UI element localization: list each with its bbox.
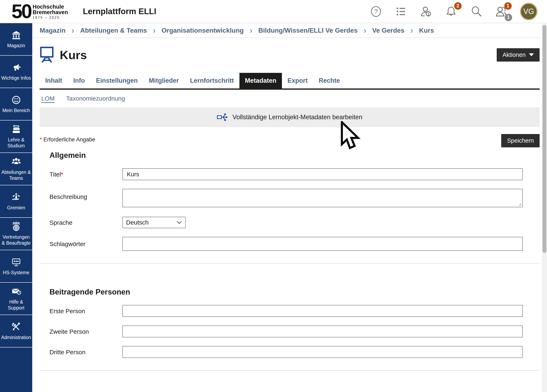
erste-person-label: Erste Person: [49, 307, 122, 315]
todo-list-icon[interactable]: [395, 5, 407, 18]
app-title: Lernplattform ELLI: [83, 7, 156, 16]
breadcrumb: Magazin › Abteilungen & Teams › Organisa…: [32, 23, 547, 38]
committee-icon: [11, 192, 21, 202]
sidebar-item-label: Vertretungen & Beauftragte: [1, 234, 31, 246]
globe-people-icon: [11, 222, 21, 232]
subtab-lom[interactable]: LOM: [41, 95, 55, 102]
aktionen-button[interactable]: Aktionen: [497, 48, 540, 61]
logo-line2: Bremerhaven: [33, 10, 68, 15]
metadata-hub-icon: [217, 113, 227, 122]
banner-label: Vollständige Lernobjekt-Metadaten bearbe…: [232, 114, 362, 121]
user-awareness-icon[interactable]: [420, 5, 432, 18]
section-heading-beitragende: Beitragende Personen: [49, 288, 540, 296]
monitor-icon: [11, 257, 21, 267]
chevron-right-icon: ›: [250, 26, 252, 35]
tab-bar: Inhalt Info Einstellungen Mitglieder Ler…: [40, 73, 540, 90]
sidebar-item-label: Mein Bereich: [2, 108, 30, 114]
required-hint: *Erforderliche Angabe: [40, 134, 95, 143]
sidebar-item-vertretungen[interactable]: Vertretungen & Beauftragte: [0, 218, 32, 250]
tab-rechte[interactable]: Rechte: [313, 73, 345, 88]
sprache-select[interactable]: Deutsch: [122, 217, 186, 228]
chevron-right-icon: ›: [72, 26, 74, 35]
tab-mitglieder[interactable]: Mitglieder: [143, 73, 185, 88]
zweite-person-label: Zweite Person: [49, 328, 122, 335]
course-board-icon: [40, 47, 54, 63]
breadcrumb-kurs[interactable]: Kurs: [419, 27, 434, 34]
chevron-down-icon: [177, 221, 182, 224]
sidebar-item-gremien[interactable]: Gremien: [0, 185, 32, 218]
breadcrumb-ve-gerdes[interactable]: Ve Gerdes: [372, 27, 404, 34]
required-asterisk: *: [40, 136, 42, 143]
caret-down-icon: [529, 53, 534, 56]
schlagwoerter-label: Schlagwörter: [49, 240, 122, 248]
top-header: 50 Hochschule Bremerhaven 1975 – 2025 Le…: [0, 0, 547, 23]
contacts-badge-top: 1: [504, 2, 512, 10]
dritte-person-label: Dritte Person: [49, 348, 122, 356]
svg-text:?: ?: [374, 8, 378, 15]
sidebar-item-wichtige-infos[interactable]: Wichtige Infos: [0, 56, 32, 88]
sidebar-item-label: Abteilungen & Teams: [1, 169, 31, 181]
bank-icon: [11, 30, 21, 40]
section-divider: [40, 263, 540, 264]
tab-metadaten[interactable]: Metadaten: [239, 73, 282, 88]
sidebar-item-label: Wichtige Infos: [1, 75, 31, 81]
titel-required-asterisk: *: [61, 171, 63, 178]
scrollbar-thumb[interactable]: [542, 25, 546, 253]
help-icon[interactable]: ?: [369, 5, 382, 18]
tools-icon: [11, 322, 21, 332]
sidebar-item-label: HS-Systeme: [3, 270, 29, 276]
tab-info[interactable]: Info: [68, 73, 90, 88]
sidebar-item-hs-systeme[interactable]: HS-Systeme: [0, 250, 32, 283]
section-heading-allgemein: Allgemein: [49, 151, 540, 160]
beschreibung-textarea[interactable]: [122, 189, 523, 207]
edit-full-metadata-banner[interactable]: Vollständige Lernobjekt-Metadaten bearbe…: [40, 107, 540, 127]
schlagwoerter-input[interactable]: [122, 237, 523, 251]
sidebar-item-label: Lehre & Studium: [1, 137, 31, 149]
vertical-scrollbar[interactable]: [542, 24, 547, 392]
breadcrumb-magazin[interactable]: Magazin: [40, 27, 66, 34]
breadcrumb-bildung-wissen[interactable]: Bildung/Wissen/ELLI Ve Gerdes: [258, 27, 357, 34]
books-icon: [11, 124, 21, 135]
section-divider: [40, 370, 540, 371]
sidebar-item-label: Gremien: [7, 205, 25, 211]
contacts-badge-bottom: 1: [505, 14, 512, 21]
sprache-selected-value: Deutsch: [126, 219, 177, 226]
mail-question-icon: ?: [11, 286, 21, 297]
titel-input[interactable]: [122, 168, 523, 180]
sidebar-item-lehre-studium[interactable]: Lehre & Studium: [0, 121, 32, 153]
logo-years: 1975 – 2025: [33, 16, 68, 19]
search-icon[interactable]: [470, 5, 483, 18]
contacts-icon[interactable]: 1 1: [495, 5, 508, 18]
speichern-button[interactable]: Speichern: [501, 134, 540, 147]
page-title: Kurs: [60, 48, 87, 62]
sprache-label: Sprache: [49, 219, 122, 226]
smiley-icon: [11, 95, 21, 105]
sidebar-item-label: Administration: [1, 335, 31, 340]
zweite-person-input[interactable]: [122, 325, 523, 338]
bell-badge: 2: [454, 2, 462, 10]
sidebar-item-hilfe-support[interactable]: ? Hilfe & Support: [0, 283, 32, 315]
dritte-person-input[interactable]: [122, 346, 523, 358]
sidebar-item-label: Magazin: [7, 43, 25, 49]
university-logo: 50 Hochschule Bremerhaven 1975 – 2025: [12, 3, 68, 19]
logo-50-text: 50: [12, 3, 31, 19]
sidebar-item-mein-bereich[interactable]: Mein Bereich: [0, 88, 32, 121]
subtab-taxonomiezuordnung[interactable]: Taxonomiezuordnung: [66, 95, 125, 102]
beschreibung-label: Beschreibung: [49, 189, 122, 200]
erste-person-input[interactable]: [122, 305, 523, 317]
notifications-bell-icon[interactable]: 2: [445, 5, 458, 18]
tab-einstellungen[interactable]: Einstellungen: [90, 73, 143, 88]
sidebar-item-label: Hilfe & Support: [1, 299, 31, 311]
breadcrumb-abteilungen[interactable]: Abteilungen & Teams: [80, 27, 147, 34]
chevron-right-icon: ›: [364, 26, 366, 35]
tab-export[interactable]: Export: [282, 73, 313, 88]
sidebar-item-abteilungen-teams[interactable]: Abteilungen & Teams: [0, 153, 32, 185]
tab-inhalt[interactable]: Inhalt: [40, 73, 68, 88]
breadcrumb-organisationsentwicklung[interactable]: Organisationsentwicklung: [162, 27, 244, 34]
tab-lernfortschritt[interactable]: Lernfortschritt: [185, 73, 239, 88]
svg-text:?: ?: [18, 291, 20, 294]
sidebar-item-administration[interactable]: Administration: [0, 315, 32, 347]
main-area: Magazin › Abteilungen & Teams › Organisa…: [32, 23, 547, 392]
sidebar-item-magazin[interactable]: Magazin: [0, 23, 32, 56]
avatar[interactable]: VG: [520, 3, 538, 20]
